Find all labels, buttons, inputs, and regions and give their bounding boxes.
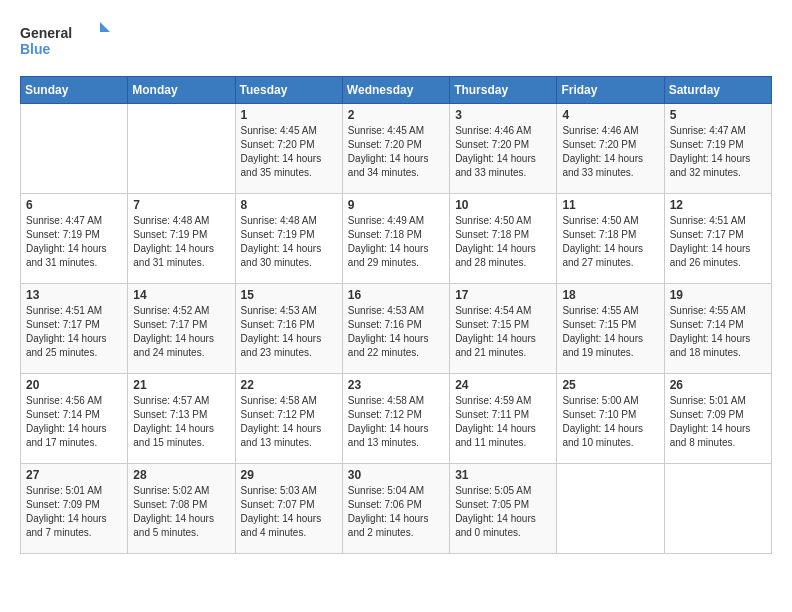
calendar-cell: 18Sunrise: 4:55 AM Sunset: 7:15 PM Dayli…	[557, 284, 664, 374]
calendar-cell: 13Sunrise: 4:51 AM Sunset: 7:17 PM Dayli…	[21, 284, 128, 374]
day-number: 28	[133, 468, 229, 482]
day-number: 16	[348, 288, 444, 302]
day-number: 22	[241, 378, 337, 392]
day-number: 20	[26, 378, 122, 392]
day-number: 18	[562, 288, 658, 302]
logo: General Blue	[20, 20, 110, 60]
cell-info: Sunrise: 4:49 AM Sunset: 7:18 PM Dayligh…	[348, 214, 444, 270]
day-number: 27	[26, 468, 122, 482]
day-number: 3	[455, 108, 551, 122]
cell-info: Sunrise: 4:56 AM Sunset: 7:14 PM Dayligh…	[26, 394, 122, 450]
cell-info: Sunrise: 4:48 AM Sunset: 7:19 PM Dayligh…	[133, 214, 229, 270]
svg-text:Blue: Blue	[20, 41, 51, 57]
cell-info: Sunrise: 4:55 AM Sunset: 7:14 PM Dayligh…	[670, 304, 766, 360]
calendar-cell: 24Sunrise: 4:59 AM Sunset: 7:11 PM Dayli…	[450, 374, 557, 464]
header-cell-thursday: Thursday	[450, 77, 557, 104]
calendar-cell: 27Sunrise: 5:01 AM Sunset: 7:09 PM Dayli…	[21, 464, 128, 554]
day-number: 7	[133, 198, 229, 212]
calendar-body: 1Sunrise: 4:45 AM Sunset: 7:20 PM Daylig…	[21, 104, 772, 554]
calendar-header: SundayMondayTuesdayWednesdayThursdayFrid…	[21, 77, 772, 104]
calendar-cell	[21, 104, 128, 194]
calendar-week-3: 20Sunrise: 4:56 AM Sunset: 7:14 PM Dayli…	[21, 374, 772, 464]
cell-info: Sunrise: 4:55 AM Sunset: 7:15 PM Dayligh…	[562, 304, 658, 360]
calendar-week-4: 27Sunrise: 5:01 AM Sunset: 7:09 PM Dayli…	[21, 464, 772, 554]
cell-info: Sunrise: 5:01 AM Sunset: 7:09 PM Dayligh…	[26, 484, 122, 540]
cell-info: Sunrise: 4:51 AM Sunset: 7:17 PM Dayligh…	[670, 214, 766, 270]
calendar-cell: 28Sunrise: 5:02 AM Sunset: 7:08 PM Dayli…	[128, 464, 235, 554]
calendar-table: SundayMondayTuesdayWednesdayThursdayFrid…	[20, 76, 772, 554]
calendar-cell: 15Sunrise: 4:53 AM Sunset: 7:16 PM Dayli…	[235, 284, 342, 374]
header-cell-wednesday: Wednesday	[342, 77, 449, 104]
calendar-cell: 2Sunrise: 4:45 AM Sunset: 7:20 PM Daylig…	[342, 104, 449, 194]
cell-info: Sunrise: 5:00 AM Sunset: 7:10 PM Dayligh…	[562, 394, 658, 450]
calendar-cell: 3Sunrise: 4:46 AM Sunset: 7:20 PM Daylig…	[450, 104, 557, 194]
calendar-week-2: 13Sunrise: 4:51 AM Sunset: 7:17 PM Dayli…	[21, 284, 772, 374]
cell-info: Sunrise: 4:57 AM Sunset: 7:13 PM Dayligh…	[133, 394, 229, 450]
calendar-cell: 9Sunrise: 4:49 AM Sunset: 7:18 PM Daylig…	[342, 194, 449, 284]
day-number: 6	[26, 198, 122, 212]
day-number: 21	[133, 378, 229, 392]
cell-info: Sunrise: 4:45 AM Sunset: 7:20 PM Dayligh…	[348, 124, 444, 180]
calendar-cell: 21Sunrise: 4:57 AM Sunset: 7:13 PM Dayli…	[128, 374, 235, 464]
calendar-cell: 8Sunrise: 4:48 AM Sunset: 7:19 PM Daylig…	[235, 194, 342, 284]
calendar-cell: 16Sunrise: 4:53 AM Sunset: 7:16 PM Dayli…	[342, 284, 449, 374]
day-number: 12	[670, 198, 766, 212]
day-number: 4	[562, 108, 658, 122]
header-cell-saturday: Saturday	[664, 77, 771, 104]
day-number: 10	[455, 198, 551, 212]
calendar-cell: 22Sunrise: 4:58 AM Sunset: 7:12 PM Dayli…	[235, 374, 342, 464]
svg-text:General: General	[20, 25, 72, 41]
calendar-cell: 26Sunrise: 5:01 AM Sunset: 7:09 PM Dayli…	[664, 374, 771, 464]
day-number: 9	[348, 198, 444, 212]
cell-info: Sunrise: 4:46 AM Sunset: 7:20 PM Dayligh…	[562, 124, 658, 180]
day-number: 26	[670, 378, 766, 392]
day-number: 1	[241, 108, 337, 122]
calendar-cell: 11Sunrise: 4:50 AM Sunset: 7:18 PM Dayli…	[557, 194, 664, 284]
logo-svg: General Blue	[20, 20, 110, 60]
day-number: 29	[241, 468, 337, 482]
day-number: 2	[348, 108, 444, 122]
header-cell-sunday: Sunday	[21, 77, 128, 104]
cell-info: Sunrise: 5:05 AM Sunset: 7:05 PM Dayligh…	[455, 484, 551, 540]
page-header: General Blue	[20, 20, 772, 60]
cell-info: Sunrise: 5:04 AM Sunset: 7:06 PM Dayligh…	[348, 484, 444, 540]
cell-info: Sunrise: 5:01 AM Sunset: 7:09 PM Dayligh…	[670, 394, 766, 450]
calendar-cell	[557, 464, 664, 554]
cell-info: Sunrise: 4:53 AM Sunset: 7:16 PM Dayligh…	[241, 304, 337, 360]
calendar-cell: 31Sunrise: 5:05 AM Sunset: 7:05 PM Dayli…	[450, 464, 557, 554]
day-number: 19	[670, 288, 766, 302]
cell-info: Sunrise: 5:03 AM Sunset: 7:07 PM Dayligh…	[241, 484, 337, 540]
cell-info: Sunrise: 4:50 AM Sunset: 7:18 PM Dayligh…	[455, 214, 551, 270]
calendar-cell: 23Sunrise: 4:58 AM Sunset: 7:12 PM Dayli…	[342, 374, 449, 464]
calendar-cell	[664, 464, 771, 554]
day-number: 24	[455, 378, 551, 392]
day-number: 8	[241, 198, 337, 212]
calendar-cell: 10Sunrise: 4:50 AM Sunset: 7:18 PM Dayli…	[450, 194, 557, 284]
cell-info: Sunrise: 4:47 AM Sunset: 7:19 PM Dayligh…	[26, 214, 122, 270]
header-row: SundayMondayTuesdayWednesdayThursdayFrid…	[21, 77, 772, 104]
header-cell-monday: Monday	[128, 77, 235, 104]
calendar-cell: 5Sunrise: 4:47 AM Sunset: 7:19 PM Daylig…	[664, 104, 771, 194]
day-number: 15	[241, 288, 337, 302]
cell-info: Sunrise: 4:47 AM Sunset: 7:19 PM Dayligh…	[670, 124, 766, 180]
cell-info: Sunrise: 4:54 AM Sunset: 7:15 PM Dayligh…	[455, 304, 551, 360]
calendar-cell	[128, 104, 235, 194]
calendar-week-1: 6Sunrise: 4:47 AM Sunset: 7:19 PM Daylig…	[21, 194, 772, 284]
calendar-cell: 30Sunrise: 5:04 AM Sunset: 7:06 PM Dayli…	[342, 464, 449, 554]
svg-marker-1	[100, 22, 110, 32]
cell-info: Sunrise: 5:02 AM Sunset: 7:08 PM Dayligh…	[133, 484, 229, 540]
calendar-cell: 17Sunrise: 4:54 AM Sunset: 7:15 PM Dayli…	[450, 284, 557, 374]
header-cell-tuesday: Tuesday	[235, 77, 342, 104]
calendar-cell: 4Sunrise: 4:46 AM Sunset: 7:20 PM Daylig…	[557, 104, 664, 194]
cell-info: Sunrise: 4:59 AM Sunset: 7:11 PM Dayligh…	[455, 394, 551, 450]
cell-info: Sunrise: 4:46 AM Sunset: 7:20 PM Dayligh…	[455, 124, 551, 180]
cell-info: Sunrise: 4:58 AM Sunset: 7:12 PM Dayligh…	[348, 394, 444, 450]
calendar-cell: 20Sunrise: 4:56 AM Sunset: 7:14 PM Dayli…	[21, 374, 128, 464]
cell-info: Sunrise: 4:48 AM Sunset: 7:19 PM Dayligh…	[241, 214, 337, 270]
cell-info: Sunrise: 4:53 AM Sunset: 7:16 PM Dayligh…	[348, 304, 444, 360]
calendar-cell: 6Sunrise: 4:47 AM Sunset: 7:19 PM Daylig…	[21, 194, 128, 284]
day-number: 5	[670, 108, 766, 122]
cell-info: Sunrise: 4:58 AM Sunset: 7:12 PM Dayligh…	[241, 394, 337, 450]
cell-info: Sunrise: 4:52 AM Sunset: 7:17 PM Dayligh…	[133, 304, 229, 360]
day-number: 11	[562, 198, 658, 212]
